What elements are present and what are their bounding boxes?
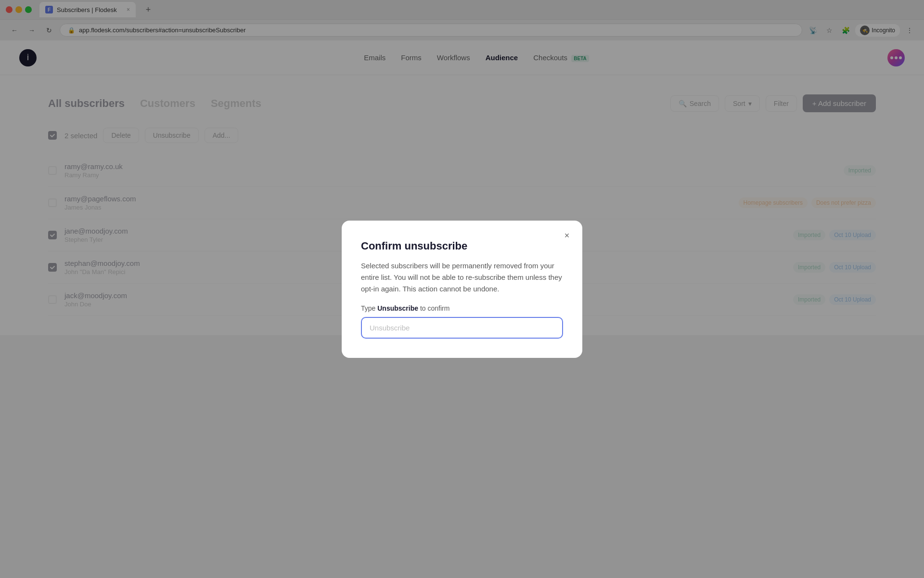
modal-confirm-label: Type Unsubscribe to confirm [361, 304, 563, 312]
modal-close-button[interactable]: × [559, 228, 575, 244]
confirm-unsubscribe-modal: × Confirm unsubscribe Selected subscribe… [342, 221, 582, 358]
modal-overlay[interactable]: × Confirm unsubscribe Selected subscribe… [0, 0, 924, 578]
confirm-input[interactable] [361, 317, 563, 339]
modal-body: Selected subscribers will be permanently… [361, 260, 563, 295]
modal-confirm-keyword: Unsubscribe [377, 304, 418, 312]
modal-title: Confirm unsubscribe [361, 240, 563, 252]
